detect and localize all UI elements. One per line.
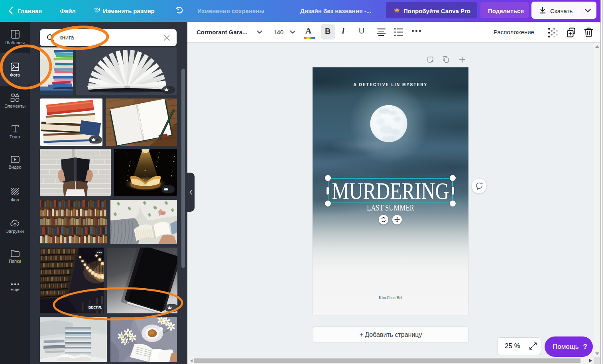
svg-text:БЕСПЛ.: БЕСПЛ. — [89, 305, 102, 309]
